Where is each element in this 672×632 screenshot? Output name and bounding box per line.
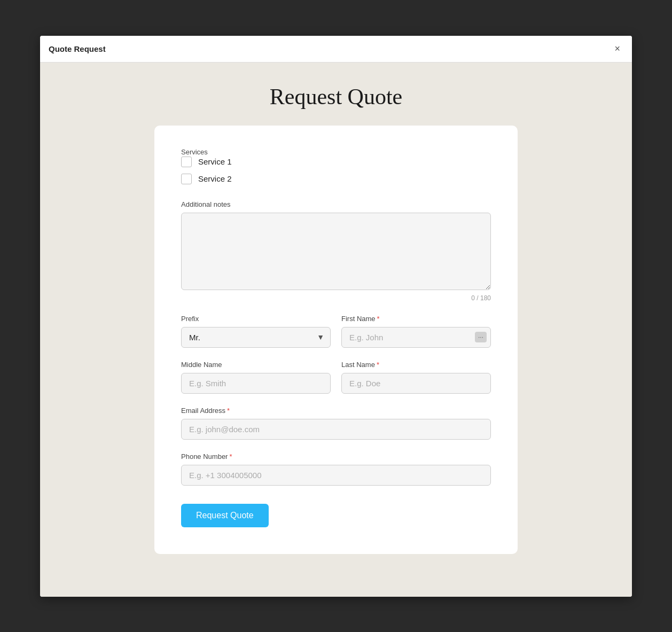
prefix-firstname-row: Prefix Mr. Mrs. Ms. Dr. Prof. ▼ <box>181 315 491 361</box>
window-title: Quote Request <box>49 44 106 53</box>
last-name-section: Last Name* <box>341 361 491 394</box>
first-name-wrapper: ··· <box>341 327 491 348</box>
service2-label: Service 2 <box>198 174 232 183</box>
phone-input[interactable] <box>181 465 491 486</box>
prefix-select-wrapper: Mr. Mrs. Ms. Dr. Prof. ▼ <box>181 327 331 348</box>
app-window: Quote Request × Request Quote Services S… <box>40 36 632 597</box>
service1-checkbox[interactable] <box>181 157 192 167</box>
prefix-label: Prefix <box>181 315 331 323</box>
title-bar: Quote Request × <box>40 36 632 63</box>
last-name-input[interactable] <box>341 373 491 394</box>
additional-notes-textarea[interactable] <box>181 213 491 290</box>
email-label: Email Address* <box>181 407 491 415</box>
service2-checkbox[interactable] <box>181 174 192 184</box>
form-card: Services Service 1 Service 2 Additional … <box>154 126 518 554</box>
page-heading: Request Quote <box>270 84 402 110</box>
request-quote-button[interactable]: Request Quote <box>181 504 269 527</box>
middle-name-section: Middle Name <box>181 361 331 394</box>
service1-label: Service 1 <box>198 157 232 166</box>
phone-required-star: * <box>229 452 232 461</box>
email-section: Email Address* <box>181 407 491 440</box>
middle-name-label: Middle Name <box>181 361 331 369</box>
prefix-select[interactable]: Mr. Mrs. Ms. Dr. Prof. <box>181 327 331 348</box>
middle-name-input[interactable] <box>181 373 331 394</box>
checkbox-group: Service 1 Service 2 <box>181 157 491 184</box>
service2-item[interactable]: Service 2 <box>181 174 491 184</box>
email-input[interactable] <box>181 419 491 440</box>
content-area: Request Quote Services Service 1 Service… <box>40 63 632 597</box>
phone-section: Phone Number* <box>181 452 491 486</box>
last-name-label: Last Name* <box>341 361 491 369</box>
middle-last-row: Middle Name Last Name* <box>181 361 491 407</box>
services-label: Services <box>181 148 208 156</box>
first-name-label: First Name* <box>341 315 491 323</box>
char-count: 0 / 180 <box>181 294 491 302</box>
additional-notes-section: Additional notes 0 / 180 <box>181 200 491 302</box>
service1-item[interactable]: Service 1 <box>181 157 491 167</box>
prefix-section: Prefix Mr. Mrs. Ms. Dr. Prof. ▼ <box>181 315 331 348</box>
close-button[interactable]: × <box>611 43 623 54</box>
first-name-required-star: * <box>377 315 380 323</box>
last-name-required-star: * <box>377 361 379 369</box>
email-required-star: * <box>227 407 230 415</box>
services-section: Services Service 1 Service 2 <box>181 147 491 184</box>
phone-label: Phone Number* <box>181 452 491 461</box>
first-name-section: First Name* ··· <box>341 315 491 348</box>
first-name-input[interactable] <box>341 327 491 348</box>
additional-notes-label: Additional notes <box>181 200 491 208</box>
first-name-icon-button[interactable]: ··· <box>475 332 487 342</box>
